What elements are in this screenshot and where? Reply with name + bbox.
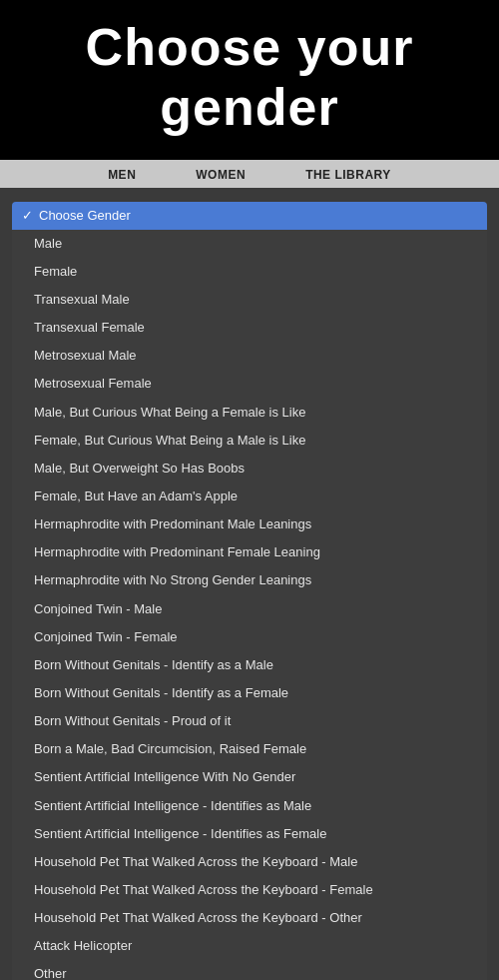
dropdown-area: ✓ Choose Gender MaleFemaleTransexual Mal…: [12, 202, 487, 980]
dropdown-item[interactable]: Transexual Male: [12, 286, 487, 314]
dropdown-item[interactable]: Metrosexual Female: [12, 370, 487, 398]
dropdown-item[interactable]: Household Pet That Walked Across the Key…: [12, 904, 487, 932]
dropdown-item[interactable]: Household Pet That Walked Across the Key…: [12, 876, 487, 904]
page-title: Choose your gender: [20, 18, 479, 138]
dropdown-item[interactable]: Female, But Have an Adam's Apple: [12, 483, 487, 510]
dropdown-item[interactable]: Born a Male, Bad Circumcision, Raised Fe…: [12, 735, 487, 763]
screenshot-area: MEN WOMEN THE LIBRARY ✓ Choose Gender Ma…: [0, 160, 499, 980]
dropdown-item[interactable]: Male, But Curious What Being a Female is…: [12, 399, 487, 427]
checkmark-icon: ✓: [22, 206, 33, 226]
dropdown-item[interactable]: Male, But Overweight So Has Boobs: [12, 455, 487, 483]
header: Choose your gender: [0, 0, 499, 160]
dropdown-item[interactable]: Hermaphrodite with Predominant Male Lean…: [12, 510, 487, 538]
dropdown-item[interactable]: Conjoined Twin - Female: [12, 623, 487, 651]
nav-tab-men[interactable]: MEN: [108, 168, 136, 182]
dropdown-item[interactable]: Born Without Genitals - Identify as a Fe…: [12, 679, 487, 707]
dropdown-selected[interactable]: ✓ Choose Gender: [12, 202, 487, 230]
dropdown-item[interactable]: Metrosexual Male: [12, 342, 487, 370]
dropdown-item[interactable]: Transexual Female: [12, 314, 487, 342]
dropdown-item[interactable]: Sentient Artificial Intelligence - Ident…: [12, 792, 487, 820]
nav-tab-women[interactable]: WOMEN: [196, 168, 246, 182]
dropdown-item[interactable]: Hermaphrodite with Predominant Female Le…: [12, 538, 487, 566]
dropdown-item[interactable]: Sentient Artificial Intelligence - Ident…: [12, 820, 487, 848]
dropdown-item[interactable]: Other: [12, 960, 487, 980]
dropdown-item[interactable]: Household Pet That Walked Across the Key…: [12, 848, 487, 876]
dropdown-item[interactable]: Female: [12, 258, 487, 286]
dropdown-selected-label: Choose Gender: [39, 206, 131, 226]
dropdown-item[interactable]: Born Without Genitals - Proud of it: [12, 707, 487, 735]
dropdown-list: MaleFemaleTransexual MaleTransexual Fema…: [12, 230, 487, 980]
dropdown-item[interactable]: Female, But Curious What Being a Male is…: [12, 427, 487, 455]
dropdown-item[interactable]: Sentient Artificial Intelligence With No…: [12, 763, 487, 791]
dropdown-item[interactable]: Hermaphrodite with No Strong Gender Lean…: [12, 566, 487, 594]
dropdown-item[interactable]: Male: [12, 230, 487, 258]
dropdown-item[interactable]: Conjoined Twin - Male: [12, 595, 487, 623]
dropdown-item[interactable]: Born Without Genitals - Identify as a Ma…: [12, 651, 487, 679]
dropdown-item[interactable]: Attack Helicopter: [12, 932, 487, 960]
nav-tabs: MEN WOMEN THE LIBRARY: [0, 160, 499, 188]
nav-tab-library[interactable]: THE LIBRARY: [305, 168, 391, 182]
